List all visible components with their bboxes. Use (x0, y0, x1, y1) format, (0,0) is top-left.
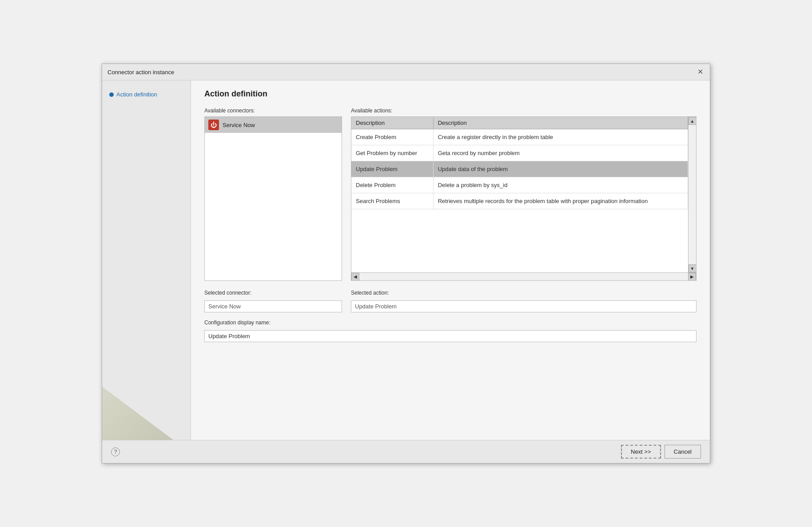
actions-table-wrapper: Description Description Create Problem C… (351, 116, 697, 281)
connector-item-servicenow[interactable]: ⏻ Service Now (205, 117, 342, 133)
page-title: Action definition (204, 89, 697, 99)
connector-action-dialog: Connector action instance ✕ Action defin… (102, 64, 710, 463)
scroll-up-arrow[interactable]: ▲ (689, 117, 697, 125)
action-description: Update data of the problem (433, 161, 688, 177)
main-content: Action definition Available connectors: … (191, 80, 710, 440)
title-bar: Connector action instance ✕ (102, 64, 710, 80)
available-actions-label: Available actions: (351, 108, 697, 114)
sidebar-decoration (102, 351, 173, 440)
selected-action-label: Selected action: (351, 290, 697, 296)
table-with-scroll: Description Description Create Problem C… (351, 117, 696, 272)
h-scroll-left-arrow[interactable]: ◀ (351, 273, 359, 281)
action-name: Create Problem (351, 129, 433, 145)
connector-list[interactable]: ⏻ Service Now (204, 116, 342, 281)
dialog-footer: ? Next >> Cancel (102, 440, 710, 463)
dialog-body: Action definition Action definition Avai… (102, 80, 710, 440)
sidebar-item-action-definition[interactable]: Action definition (107, 89, 186, 100)
action-description: Delete a problem by sys_id (433, 177, 688, 193)
scroll-track (689, 125, 697, 264)
actions-header-row: Description Description (351, 117, 688, 129)
action-row[interactable]: Search Problems Retrieves multiple recor… (351, 193, 688, 209)
scroll-down-arrow[interactable]: ▼ (689, 264, 697, 272)
action-name: Get Problem by number (351, 145, 433, 161)
action-name: Delete Problem (351, 177, 433, 193)
dialog-title: Connector action instance (107, 69, 174, 76)
horizontal-scrollbar: ◀ ▶ (351, 272, 696, 280)
h-scroll-track (359, 273, 688, 281)
action-name: Update Problem (351, 161, 433, 177)
sidebar: Action definition (102, 80, 191, 440)
actions-table: Description Description Create Problem C… (351, 117, 688, 209)
actions-panel: Available actions: Description Descripti… (351, 108, 697, 281)
selected-action-input[interactable] (351, 300, 697, 312)
power-icon: ⏻ (211, 122, 217, 128)
connectors-actions-row: Available connectors: ⏻ Service Now Avai… (204, 108, 697, 281)
cancel-button[interactable]: Cancel (665, 445, 701, 459)
config-display-name-group: Configuration display name: (204, 319, 697, 342)
close-button[interactable]: ✕ (696, 68, 705, 76)
actions-scrollbar[interactable]: ▲ ▼ (688, 117, 696, 272)
action-row[interactable]: Update Problem Update data of the proble… (351, 161, 688, 177)
selected-connector-label: Selected connector: (204, 290, 342, 296)
action-description: Create a register directly in the proble… (433, 129, 688, 145)
action-name: Search Problems (351, 193, 433, 209)
selected-connector-input[interactable] (204, 300, 342, 312)
action-row[interactable]: Get Problem by number Geta record by num… (351, 145, 688, 161)
selected-fields-row: Selected connector: Selected action: (204, 290, 697, 312)
sidebar-dot (109, 92, 114, 97)
col-header-description: Description (351, 117, 433, 129)
selected-action-group: Selected action: (351, 290, 697, 312)
table-scroll-area[interactable]: Description Description Create Problem C… (351, 117, 688, 272)
next-button[interactable]: Next >> (621, 445, 661, 459)
servicenow-icon: ⏻ (208, 120, 219, 130)
action-description: Geta record by number problem (433, 145, 688, 161)
h-scroll-right-arrow[interactable]: ▶ (688, 273, 696, 281)
connectors-panel: Available connectors: ⏻ Service Now (204, 108, 342, 281)
col-header-description2: Description (433, 117, 688, 129)
sidebar-item-label: Action definition (116, 91, 157, 98)
footer-buttons: Next >> Cancel (621, 445, 701, 459)
action-description: Retrieves multiple records for the probl… (433, 193, 688, 209)
config-display-name-label: Configuration display name: (204, 319, 697, 326)
help-icon[interactable]: ? (111, 447, 120, 456)
action-row[interactable]: Create Problem Create a register directl… (351, 129, 688, 145)
connector-name: Service Now (223, 122, 255, 128)
available-connectors-label: Available connectors: (204, 108, 342, 114)
selected-connector-group: Selected connector: (204, 290, 342, 312)
config-display-name-input[interactable] (204, 330, 697, 342)
action-row[interactable]: Delete Problem Delete a problem by sys_i… (351, 177, 688, 193)
